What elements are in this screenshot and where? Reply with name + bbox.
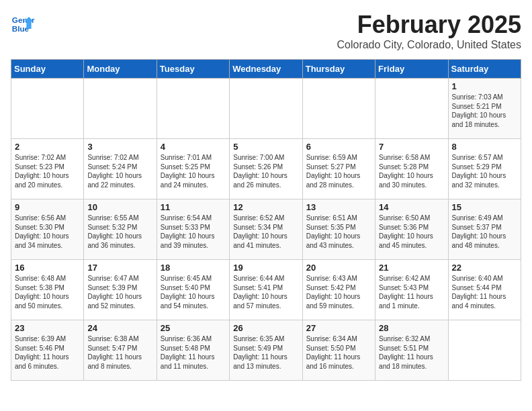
day-cell: 22Sunrise: 6:40 AM Sunset: 5:44 PM Dayli… bbox=[448, 260, 521, 320]
day-number: 1 bbox=[452, 81, 517, 91]
day-cell: 3Sunrise: 7:02 AM Sunset: 5:24 PM Daylig… bbox=[84, 139, 157, 199]
day-cell: 6Sunrise: 6:59 AM Sunset: 5:27 PM Daylig… bbox=[302, 139, 375, 199]
day-number: 17 bbox=[87, 263, 152, 273]
day-cell: 12Sunrise: 6:52 AM Sunset: 5:34 PM Dayli… bbox=[230, 199, 302, 260]
day-info: Sunrise: 6:44 AM Sunset: 5:41 PM Dayligh… bbox=[233, 274, 298, 310]
day-info: Sunrise: 6:56 AM Sunset: 5:30 PM Dayligh… bbox=[15, 214, 80, 250]
day-number: 2 bbox=[15, 142, 80, 152]
day-info: Sunrise: 6:55 AM Sunset: 5:32 PM Dayligh… bbox=[87, 214, 152, 250]
day-info: Sunrise: 6:39 AM Sunset: 5:46 PM Dayligh… bbox=[15, 334, 80, 371]
day-info: Sunrise: 6:48 AM Sunset: 5:38 PM Dayligh… bbox=[15, 274, 80, 310]
day-number: 21 bbox=[379, 263, 444, 273]
day-number: 18 bbox=[161, 263, 226, 273]
day-info: Sunrise: 6:38 AM Sunset: 5:47 PM Dayligh… bbox=[87, 334, 152, 371]
day-info: Sunrise: 6:50 AM Sunset: 5:36 PM Dayligh… bbox=[379, 214, 444, 250]
week-row-2: 9Sunrise: 6:56 AM Sunset: 5:30 PM Daylig… bbox=[11, 199, 521, 260]
day-cell bbox=[230, 79, 302, 139]
day-info: Sunrise: 7:03 AM Sunset: 5:21 PM Dayligh… bbox=[452, 93, 517, 129]
day-info: Sunrise: 6:35 AM Sunset: 5:49 PM Dayligh… bbox=[233, 334, 298, 371]
day-info: Sunrise: 6:51 AM Sunset: 5:35 PM Dayligh… bbox=[306, 214, 371, 250]
day-cell: 8Sunrise: 6:57 AM Sunset: 5:29 PM Daylig… bbox=[448, 139, 521, 199]
day-info: Sunrise: 6:42 AM Sunset: 5:43 PM Dayligh… bbox=[379, 274, 444, 310]
day-cell: 9Sunrise: 6:56 AM Sunset: 5:30 PM Daylig… bbox=[11, 199, 84, 260]
day-header-wednesday: Wednesday bbox=[230, 60, 302, 79]
day-number: 12 bbox=[233, 202, 298, 212]
day-number: 22 bbox=[452, 263, 517, 273]
day-number: 4 bbox=[161, 142, 226, 152]
day-cell: 17Sunrise: 6:47 AM Sunset: 5:39 PM Dayli… bbox=[84, 260, 157, 320]
day-info: Sunrise: 6:59 AM Sunset: 5:27 PM Dayligh… bbox=[306, 153, 371, 189]
day-number: 3 bbox=[87, 142, 152, 152]
day-cell bbox=[11, 79, 84, 139]
day-info: Sunrise: 7:01 AM Sunset: 5:25 PM Dayligh… bbox=[161, 153, 226, 189]
day-cell: 13Sunrise: 6:51 AM Sunset: 5:35 PM Dayli… bbox=[302, 199, 375, 260]
week-row-0: 1Sunrise: 7:03 AM Sunset: 5:21 PM Daylig… bbox=[11, 79, 521, 139]
day-cell: 11Sunrise: 6:54 AM Sunset: 5:33 PM Dayli… bbox=[157, 199, 229, 260]
day-number: 15 bbox=[452, 202, 517, 212]
day-cell bbox=[302, 79, 375, 139]
day-cell: 26Sunrise: 6:35 AM Sunset: 5:49 PM Dayli… bbox=[230, 320, 302, 381]
day-cell: 24Sunrise: 6:38 AM Sunset: 5:47 PM Dayli… bbox=[84, 320, 157, 381]
day-cell: 28Sunrise: 6:32 AM Sunset: 5:51 PM Dayli… bbox=[375, 320, 448, 381]
day-cell: 4Sunrise: 7:01 AM Sunset: 5:25 PM Daylig… bbox=[157, 139, 229, 199]
day-number: 19 bbox=[233, 263, 298, 273]
day-number: 6 bbox=[306, 142, 371, 152]
day-number: 7 bbox=[379, 142, 444, 152]
day-info: Sunrise: 6:58 AM Sunset: 5:28 PM Dayligh… bbox=[379, 153, 444, 189]
week-row-4: 23Sunrise: 6:39 AM Sunset: 5:46 PM Dayli… bbox=[11, 320, 521, 381]
day-number: 20 bbox=[306, 263, 371, 273]
day-cell: 18Sunrise: 6:45 AM Sunset: 5:40 PM Dayli… bbox=[157, 260, 229, 320]
day-cell: 25Sunrise: 6:36 AM Sunset: 5:48 PM Dayli… bbox=[157, 320, 229, 381]
day-header-thursday: Thursday bbox=[302, 60, 375, 79]
day-info: Sunrise: 6:52 AM Sunset: 5:34 PM Dayligh… bbox=[233, 214, 298, 250]
day-info: Sunrise: 6:34 AM Sunset: 5:50 PM Dayligh… bbox=[306, 334, 371, 371]
day-number: 27 bbox=[306, 323, 371, 333]
day-info: Sunrise: 6:45 AM Sunset: 5:40 PM Dayligh… bbox=[161, 274, 226, 310]
day-cell: 15Sunrise: 6:49 AM Sunset: 5:37 PM Dayli… bbox=[448, 199, 521, 260]
day-header-saturday: Saturday bbox=[448, 60, 521, 79]
day-cell: 14Sunrise: 6:50 AM Sunset: 5:36 PM Dayli… bbox=[375, 199, 448, 260]
day-number: 26 bbox=[233, 323, 298, 333]
day-info: Sunrise: 6:47 AM Sunset: 5:39 PM Dayligh… bbox=[87, 274, 152, 310]
day-info: Sunrise: 6:36 AM Sunset: 5:48 PM Dayligh… bbox=[161, 334, 226, 371]
top-row: General Blue February 2025 Colorado City… bbox=[11, 11, 521, 54]
day-cell: 21Sunrise: 6:42 AM Sunset: 5:43 PM Dayli… bbox=[375, 260, 448, 320]
day-cell: 23Sunrise: 6:39 AM Sunset: 5:46 PM Dayli… bbox=[11, 320, 84, 381]
day-cell: 7Sunrise: 6:58 AM Sunset: 5:28 PM Daylig… bbox=[375, 139, 448, 199]
month-year: February 2025 bbox=[337, 11, 521, 39]
day-cell: 2Sunrise: 7:02 AM Sunset: 5:23 PM Daylig… bbox=[11, 139, 84, 199]
day-cell: 19Sunrise: 6:44 AM Sunset: 5:41 PM Dayli… bbox=[230, 260, 302, 320]
location: Colorado City, Colorado, United States bbox=[337, 39, 521, 51]
day-number: 25 bbox=[161, 323, 226, 333]
header-row: SundayMondayTuesdayWednesdayThursdayFrid… bbox=[11, 60, 521, 79]
header: February 2025 Colorado City, Colorado, U… bbox=[337, 11, 521, 51]
day-number: 14 bbox=[379, 202, 444, 212]
day-info: Sunrise: 6:54 AM Sunset: 5:33 PM Dayligh… bbox=[161, 214, 226, 250]
day-header-monday: Monday bbox=[84, 60, 157, 79]
day-number: 9 bbox=[15, 202, 80, 212]
day-info: Sunrise: 6:57 AM Sunset: 5:29 PM Dayligh… bbox=[452, 153, 517, 189]
day-cell bbox=[157, 79, 229, 139]
day-info: Sunrise: 6:32 AM Sunset: 5:51 PM Dayligh… bbox=[379, 334, 444, 371]
day-info: Sunrise: 7:02 AM Sunset: 5:23 PM Dayligh… bbox=[15, 153, 80, 189]
day-number: 11 bbox=[161, 202, 226, 212]
day-cell: 5Sunrise: 7:00 AM Sunset: 5:26 PM Daylig… bbox=[230, 139, 302, 199]
day-info: Sunrise: 7:02 AM Sunset: 5:24 PM Dayligh… bbox=[87, 153, 152, 189]
day-number: 13 bbox=[306, 202, 371, 212]
day-cell bbox=[448, 320, 521, 381]
day-cell: 20Sunrise: 6:43 AM Sunset: 5:42 PM Dayli… bbox=[302, 260, 375, 320]
day-number: 24 bbox=[87, 323, 152, 333]
week-row-3: 16Sunrise: 6:48 AM Sunset: 5:38 PM Dayli… bbox=[11, 260, 521, 320]
day-header-friday: Friday bbox=[375, 60, 448, 79]
day-number: 23 bbox=[15, 323, 80, 333]
day-header-tuesday: Tuesday bbox=[157, 60, 229, 79]
day-cell bbox=[84, 79, 157, 139]
day-number: 5 bbox=[233, 142, 298, 152]
day-cell: 1Sunrise: 7:03 AM Sunset: 5:21 PM Daylig… bbox=[448, 79, 521, 139]
day-cell: 10Sunrise: 6:55 AM Sunset: 5:32 PM Dayli… bbox=[84, 199, 157, 260]
day-info: Sunrise: 6:40 AM Sunset: 5:44 PM Dayligh… bbox=[452, 274, 517, 310]
day-number: 10 bbox=[87, 202, 152, 212]
day-number: 16 bbox=[15, 263, 80, 273]
day-number: 28 bbox=[379, 323, 444, 333]
day-cell bbox=[375, 79, 448, 139]
